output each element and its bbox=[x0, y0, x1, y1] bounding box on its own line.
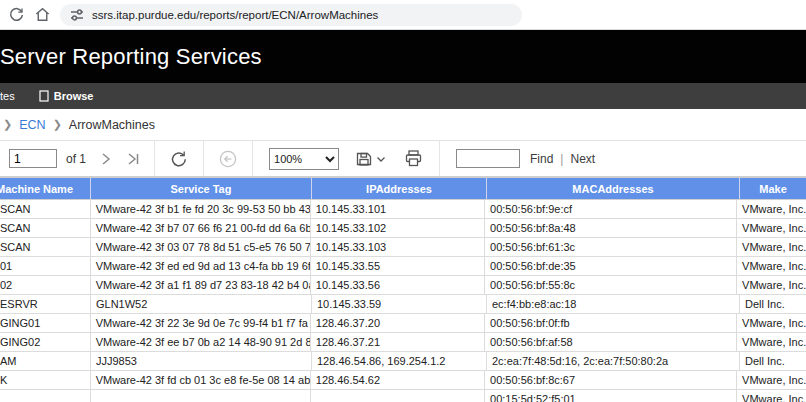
cell-ip-addresses: 10.145.33.55 bbox=[311, 257, 485, 276]
reload-icon[interactable] bbox=[8, 6, 25, 23]
cell-machine-name: K bbox=[0, 371, 91, 390]
cell-service-tag: VMware-42 3f fd cb 01 3c e8 fe-5e 08 14 … bbox=[91, 371, 311, 390]
breadcrumb-link-ecn[interactable]: ECN bbox=[19, 118, 45, 132]
cell-make: VMware, Inc. bbox=[737, 257, 806, 276]
cell-mac-addresses: 00:50:56:bf:af:58 bbox=[485, 333, 737, 352]
table-row: SCANVMware-42 3f b1 fe fd 20 3c 99-53 50… bbox=[0, 200, 806, 219]
cell-make: Dell Inc. bbox=[740, 352, 806, 371]
cell-make: VMware, Inc. bbox=[737, 390, 806, 402]
site-settings-icon[interactable] bbox=[70, 8, 84, 22]
cell-service-tag: VMware-42 3f a1 f1 89 d7 23 83-18 42 b4 … bbox=[91, 276, 311, 295]
column-header-mac-addresses: MACAddresses bbox=[487, 178, 740, 200]
cell-service-tag: VMware-42 3f 03 07 78 8d 51 c5-e5 76 50 … bbox=[91, 238, 311, 257]
cell-mac-addresses: 00:50:56:bf:55:8c bbox=[485, 276, 737, 295]
report-table: Machine NameService TagIPAddressesMACAdd… bbox=[0, 177, 806, 402]
cell-machine-name bbox=[0, 390, 91, 402]
cell-make: VMware, Inc. bbox=[737, 276, 806, 295]
cell-make: VMware, Inc. bbox=[737, 238, 806, 257]
cell-mac-addresses: 00:15:5d:52:f5:01 bbox=[485, 390, 737, 402]
cell-mac-addresses: 00:50:56:bf:de:35 bbox=[485, 257, 737, 276]
app-header: Server Reporting Services bbox=[0, 30, 806, 83]
url-field[interactable]: ssrs.itap.purdue.edu/reports/report/ECN/… bbox=[60, 4, 522, 26]
cell-machine-name: SCAN bbox=[0, 200, 91, 219]
column-header-ip-addresses: IPAddresses bbox=[312, 178, 487, 200]
cell-ip-addresses: 128.46.37.21 bbox=[311, 333, 485, 352]
cell-machine-name: 01 bbox=[0, 257, 91, 276]
browser-address-bar: ssrs.itap.purdue.edu/reports/report/ECN/… bbox=[0, 0, 806, 30]
cell-service-tag: VMware-42 3f 22 3e 9d 0e 7c 99-f4 b1 f7 … bbox=[91, 314, 311, 333]
print-button[interactable] bbox=[404, 149, 423, 168]
find-next-button[interactable]: Next bbox=[570, 152, 595, 166]
find-button[interactable]: Find bbox=[530, 152, 553, 166]
cell-service-tag bbox=[91, 390, 311, 402]
breadcrumb: ❯ ECN ❯ ArrowMachines bbox=[0, 109, 806, 140]
refresh-button[interactable] bbox=[169, 149, 189, 169]
table-row: GING02VMware-42 3f ee b7 0b a2 14 48-90 … bbox=[0, 333, 806, 352]
cell-make: Dell Inc. bbox=[740, 295, 806, 314]
cell-machine-name: AM bbox=[0, 352, 91, 371]
cell-ip-addresses bbox=[311, 390, 485, 402]
export-button[interactable] bbox=[355, 150, 373, 168]
table-body: SCANVMware-42 3f b1 fe fd 20 3c 99-53 50… bbox=[0, 200, 806, 402]
cell-ip-addresses: 10.145.33.102 bbox=[311, 219, 485, 238]
cell-machine-name: 02 bbox=[0, 276, 91, 295]
url-text: ssrs.itap.purdue.edu/reports/report/ECN/… bbox=[92, 9, 378, 21]
cell-machine-name: SCAN bbox=[0, 238, 91, 257]
tab-browse[interactable]: Browse bbox=[39, 90, 94, 102]
cell-mac-addresses: ec:f4:bb:e8:ac:18 bbox=[487, 295, 740, 314]
cell-ip-addresses: 10.145.33.59 bbox=[312, 295, 487, 314]
toolbar-divider bbox=[439, 141, 440, 176]
last-page-button[interactable] bbox=[124, 150, 142, 168]
next-page-button[interactable] bbox=[98, 150, 114, 168]
cell-ip-addresses: 128.46.54.86, 169.254.1.2 bbox=[312, 352, 487, 371]
table-row: KVMware-42 3f fd cb 01 3c e8 fe-5e 08 14… bbox=[0, 371, 806, 390]
column-header-service-tag: Service Tag bbox=[91, 178, 312, 200]
breadcrumb-current: ArrowMachines bbox=[69, 118, 155, 132]
table-row: GING01VMware-42 3f 22 3e 9d 0e 7c 99-f4 … bbox=[0, 314, 806, 333]
browse-label: Browse bbox=[54, 90, 94, 102]
table-row: AMJJJ9853128.46.54.86, 169.254.1.22c:ea:… bbox=[0, 352, 806, 371]
export-dropdown-chevron-icon[interactable] bbox=[376, 155, 386, 163]
cell-mac-addresses: 00:50:56:bf:8c:67 bbox=[485, 371, 737, 390]
toolbar-divider bbox=[154, 141, 155, 176]
cell-machine-name: GING01 bbox=[0, 314, 91, 333]
home-icon[interactable] bbox=[34, 6, 51, 23]
toolbar-divider bbox=[203, 141, 204, 176]
cell-mac-addresses: 00:50:56:bf:61:3c bbox=[485, 238, 737, 257]
cell-mac-addresses: 00:50:56:bf:8a:48 bbox=[485, 219, 737, 238]
cell-service-tag: VMware-42 3f b1 fe fd 20 3c 99-53 50 bb … bbox=[91, 200, 311, 219]
cell-machine-name: SCAN bbox=[0, 219, 91, 238]
cell-make: VMware, Inc. bbox=[737, 200, 806, 219]
table-header-row: Machine NameService TagIPAddressesMACAdd… bbox=[0, 178, 806, 200]
menu-bar: tes Browse bbox=[0, 83, 806, 109]
zoom-select[interactable]: 100% bbox=[269, 148, 339, 170]
table-row: SCANVMware-42 3f 03 07 78 8d 51 c5-e5 76… bbox=[0, 238, 806, 257]
table-row: 00:15:5d:52:f5:01VMware, Inc. bbox=[0, 390, 806, 402]
cell-service-tag: GLN1W52 bbox=[91, 295, 312, 314]
cell-ip-addresses: 128.46.54.62 bbox=[311, 371, 485, 390]
cell-ip-addresses: 10.145.33.101 bbox=[311, 200, 485, 219]
back-button[interactable] bbox=[218, 149, 238, 169]
cell-service-tag: JJJ9853 bbox=[91, 352, 312, 371]
find-input[interactable] bbox=[456, 149, 520, 168]
page-count-label: of 1 bbox=[66, 152, 86, 166]
cell-mac-addresses: 00:50:56:bf:9e:cf bbox=[485, 200, 737, 219]
tab-favorites[interactable]: tes bbox=[0, 90, 15, 102]
cell-make: VMware, Inc. bbox=[737, 314, 806, 333]
find-next-divider: | bbox=[560, 152, 563, 166]
cell-ip-addresses: 10.145.33.103 bbox=[311, 238, 485, 257]
page-number-input[interactable] bbox=[9, 149, 57, 168]
page-title: Server Reporting Services bbox=[0, 44, 262, 70]
cell-mac-addresses: 00:50:56:bf:0f:fb bbox=[485, 314, 737, 333]
table-row: 02VMware-42 3f a1 f1 89 d7 23 83-18 42 b… bbox=[0, 276, 806, 295]
chevron-right-icon: ❯ bbox=[53, 118, 62, 131]
table-row: 01VMware-42 3f ed ed 9d ad 13 c4-fa bb 1… bbox=[0, 257, 806, 276]
cell-make: VMware, Inc. bbox=[737, 333, 806, 352]
ssrs-report-page: ssrs.itap.purdue.edu/reports/report/ECN/… bbox=[0, 0, 806, 402]
toolbar-divider bbox=[252, 141, 253, 176]
report-toolbar: of 1 100% bbox=[0, 140, 806, 177]
cell-ip-addresses: 10.145.33.56 bbox=[311, 276, 485, 295]
cell-service-tag: VMware-42 3f ed ed 9d ad 13 c4-fa bb 19 … bbox=[91, 257, 311, 276]
cell-service-tag: VMware-42 3f b7 07 66 f6 21 00-fd dd 6a … bbox=[91, 219, 311, 238]
cell-make: VMware, Inc. bbox=[737, 371, 806, 390]
